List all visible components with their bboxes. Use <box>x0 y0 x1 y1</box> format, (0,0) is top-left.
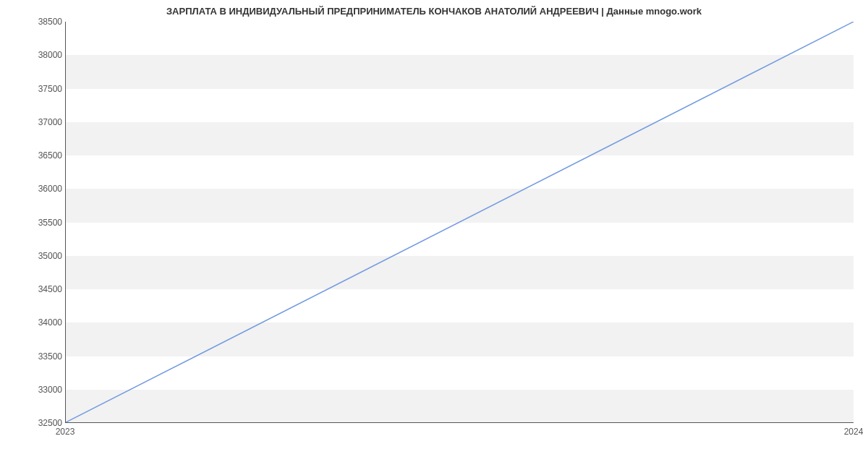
y-tick-label: 35500 <box>0 218 62 228</box>
chart-title: ЗАРПЛАТА В ИНДИВИДУАЛЬНЫЙ ПРЕДПРИНИМАТЕЛ… <box>0 6 868 17</box>
y-tick-label: 37000 <box>0 117 62 127</box>
y-tick-label: 33000 <box>0 385 62 395</box>
salary-chart: ЗАРПЛАТА В ИНДИВИДУАЛЬНЫЙ ПРЕДПРИНИМАТЕЛ… <box>0 0 868 470</box>
x-tick-label: 2023 <box>56 427 75 437</box>
y-tick-label: 36500 <box>0 150 62 161</box>
series-line <box>66 22 854 422</box>
y-tick-label: 38500 <box>0 17 62 27</box>
y-tick-label: 33500 <box>0 351 62 362</box>
y-tick-label: 37500 <box>0 84 62 94</box>
y-tick-label: 38000 <box>0 50 62 60</box>
plot-area <box>65 22 854 423</box>
x-tick-label: 2024 <box>844 427 864 437</box>
line-layer <box>66 22 854 422</box>
y-tick-label: 34000 <box>0 317 62 328</box>
y-tick-label: 36000 <box>0 184 62 194</box>
y-tick-label: 35000 <box>0 251 62 261</box>
y-tick-label: 34500 <box>0 284 62 294</box>
y-tick-label: 32500 <box>0 418 62 428</box>
